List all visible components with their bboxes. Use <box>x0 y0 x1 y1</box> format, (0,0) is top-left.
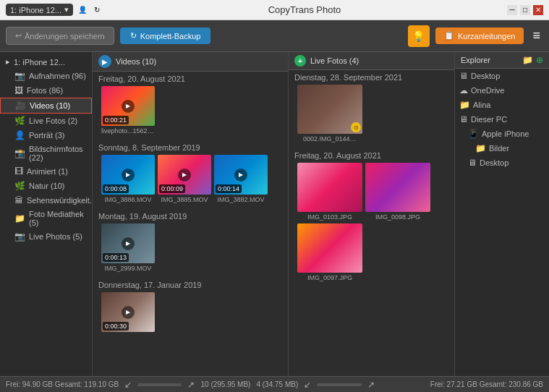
photo-thumbnail <box>297 163 362 212</box>
list-item[interactable]: ▶ 0:00:09 IMG_3885.MOV <box>158 155 211 203</box>
sidebar-item-1[interactable]: 🖼Fotos (86) <box>0 83 92 98</box>
left-panel-header: ▶ Videos (10) <box>93 52 288 72</box>
sidebar-item-4[interactable]: 👤Porträt (3) <box>0 128 92 142</box>
left-zoom-slider[interactable] <box>137 383 182 386</box>
list-item[interactable]: ▶ 0:00:30 <box>101 292 155 333</box>
video-panel-icon: ▶ <box>98 55 111 68</box>
video-filename: livephoto...15627.mov <box>101 127 155 135</box>
explorer-item-iphone[interactable]: 📱 Apple iPhone <box>455 127 549 141</box>
backup-button[interactable]: ↻ Komplett-Backup <box>120 27 211 44</box>
list-item[interactable]: ▶ 0:00:13 IMG_2999.MOV <box>101 223 155 272</box>
person-icon[interactable]: 👤 <box>77 5 88 15</box>
left-panel: ▶ Videos (10) Freitag, 20. August 2021 ▶… <box>93 52 289 376</box>
live-date-group-1: Dienstag, 28. September 2021 ⊙ 0002.IMG_… <box>289 70 454 148</box>
video-duration: 0:00:08 <box>103 184 129 193</box>
guide-button[interactable]: 📋 Kurzanleitungen <box>435 27 524 44</box>
device-selector[interactable]: 1: iPhone 12... ▾ <box>6 4 73 16</box>
date-group-1: Freitag, 20. August 2021 ▶ 0:00:21 livep… <box>93 72 288 140</box>
explorer-item-onedrive[interactable]: ☁ OneDrive <box>455 83 549 98</box>
explorer-item-thispc[interactable]: 🖥 Dieser PC <box>455 112 549 127</box>
sidebar-icon-1: 🖼 <box>14 85 23 95</box>
hamburger-menu-button[interactable]: ≡ <box>529 25 543 46</box>
explorer-panel: Explorer 📁 ⊕ 🖥 Desktop ☁ OneDrive 📁 Alin… <box>455 52 549 376</box>
expand-right-icon[interactable]: ↗ <box>187 380 195 390</box>
list-item[interactable]: IMG_0097.JPG <box>297 223 362 281</box>
sidebar-icon-4: 👤 <box>14 130 25 140</box>
expand-icon: ▸ <box>6 57 10 67</box>
sidebar-item-5[interactable]: 📸Bildschirmfotos (22) <box>0 142 92 164</box>
explorer-item-label: OneDrive <box>471 86 504 95</box>
explorer-item-label: Desktop <box>480 158 508 167</box>
lightbulb-button[interactable]: 💡 <box>408 25 430 47</box>
refresh-icon[interactable]: ↻ <box>92 5 102 15</box>
right-status-text: Frei: 27.21 GB Gesamt: 230.86 GB <box>430 380 543 388</box>
explorer-title: Explorer <box>461 56 519 64</box>
thumb-grid-2: ▶ 0:00:08 IMG_3886.MOV ▶ 0:00:09 IMG_388… <box>98 155 282 208</box>
date-label-3: Montag, 19. August 2019 <box>98 212 282 221</box>
date-label-4: Donnerstag, 17. Januar 2019 <box>98 281 282 289</box>
list-item[interactable]: ▶ 0:00:14 IMG_3882.MOV <box>214 155 268 203</box>
video-thumbnail: ▶ 0:00:14 <box>214 155 268 195</box>
sidebar-item-0[interactable]: 📷Aufnahmen (96) <box>0 69 92 83</box>
live-thumb-grid-2: IMG_0103.JPG IMG_0098.JPG IMG_0097.JPG <box>294 163 448 286</box>
maximize-button[interactable]: □ <box>520 5 530 15</box>
video-duration: 0:00:13 <box>103 253 129 262</box>
sidebar-item-10[interactable]: 📷Live Photos (5) <box>0 229 92 244</box>
iphone-label: 1: iPhone 12... <box>14 58 65 67</box>
explorer-item-alina[interactable]: 📁 Alina <box>455 98 549 112</box>
sidebar-section-header[interactable]: ▸ 1: iPhone 12... <box>0 55 92 69</box>
main-layout: ▸ 1: iPhone 12... 📷Aufnahmen (96)🖼Fotos … <box>0 52 549 376</box>
onedrive-icon: ☁ <box>459 85 468 95</box>
add-explorer-icon[interactable]: ⊕ <box>536 55 543 65</box>
sidebar-icon-5: 📸 <box>14 148 25 158</box>
sidebar-item-3[interactable]: 🌿Live Fotos (2) <box>0 114 92 128</box>
date-label-1: Freitag, 20. August 2021 <box>98 74 282 83</box>
sidebar-item-9[interactable]: 📁Foto Mediathek (5) <box>0 208 92 229</box>
list-item[interactable]: ▶ 0:00:08 IMG_3886.MOV <box>101 155 155 203</box>
date-group-2: Sonntag, 8. September 2019 ▶ 0:00:08 IMG… <box>93 140 288 209</box>
guide-icon: 📋 <box>444 31 454 41</box>
sidebar-icon-3: 🌿 <box>14 116 25 126</box>
minimize-button[interactable]: ─ <box>507 5 517 15</box>
explorer-item-desktop[interactable]: 🖥 Desktop <box>455 69 549 83</box>
photo-thumbnail: ⊙ <box>297 85 362 134</box>
computer-icon: 🖥 <box>459 114 468 124</box>
sidebar-icon-7: 🌿 <box>14 181 25 191</box>
list-item[interactable]: ▶ 0:00:21 livephoto...15627.mov <box>101 86 155 135</box>
desktop-icon: 🖥 <box>459 71 468 81</box>
sidebar-label-7: Natur (10) <box>29 182 65 190</box>
photo-filename: IMG_0098.JPG <box>375 213 420 221</box>
save-icon: ↩ <box>15 31 22 41</box>
play-icon: ▶ <box>122 100 135 113</box>
right-zoom-slider[interactable] <box>317 383 361 386</box>
explorer-item-desktop2[interactable]: 🖥 Desktop <box>455 155 549 170</box>
list-item[interactable]: IMG_0103.JPG <box>297 163 362 221</box>
expand-left2-icon[interactable]: ↙ <box>304 380 311 390</box>
explorer-item-pictures[interactable]: 📁 Bilder <box>455 141 549 155</box>
close-button[interactable]: ✕ <box>533 5 543 15</box>
sidebar-item-7[interactable]: 🌿Natur (10) <box>0 179 92 193</box>
pictures-folder-icon: 📁 <box>475 143 486 153</box>
photo-filename: 0002.IMG_0144.JPG <box>303 135 357 142</box>
explorer-item-label: Apple iPhone <box>482 129 529 138</box>
explorer-item-label: Desktop <box>471 72 500 80</box>
sidebar-icon-9: 📁 <box>14 213 25 223</box>
thumb-grid-3: ▶ 0:00:13 IMG_2999.MOV <box>98 223 282 276</box>
video-thumbnail: ▶ 0:00:13 <box>101 223 155 263</box>
explorer-item-label: Bilder <box>489 144 509 153</box>
sidebar-item-6[interactable]: 🎞Animiert (1) <box>0 164 92 179</box>
live-date-label-2: Freitag, 20. August 2021 <box>294 151 448 160</box>
list-item[interactable]: IMG_0098.JPG <box>365 163 430 221</box>
expand-left-icon[interactable]: ↙ <box>124 380 132 390</box>
video-thumbnail: ▶ 0:00:21 <box>101 86 155 126</box>
save-button[interactable]: ↩ Änderungen speichern <box>6 27 114 45</box>
sidebar-icon-0: 📷 <box>14 71 25 81</box>
live-thumb-grid-1: ⊙ 0002.IMG_0144.JPG <box>294 85 448 147</box>
list-item[interactable]: ⊙ 0002.IMG_0144.JPG <box>297 85 362 142</box>
video-filename: IMG_3886.MOV <box>104 196 151 203</box>
video-filename: IMG_3885.MOV <box>161 196 208 203</box>
photo-filename: IMG_0103.JPG <box>307 213 352 221</box>
expand-right2-icon[interactable]: ↗ <box>367 380 375 390</box>
sidebar-item-2[interactable]: 🎥Videos (10) <box>0 98 92 114</box>
sidebar-item-8[interactable]: 🏛Sehenswürdigkeit... <box>0 193 92 208</box>
